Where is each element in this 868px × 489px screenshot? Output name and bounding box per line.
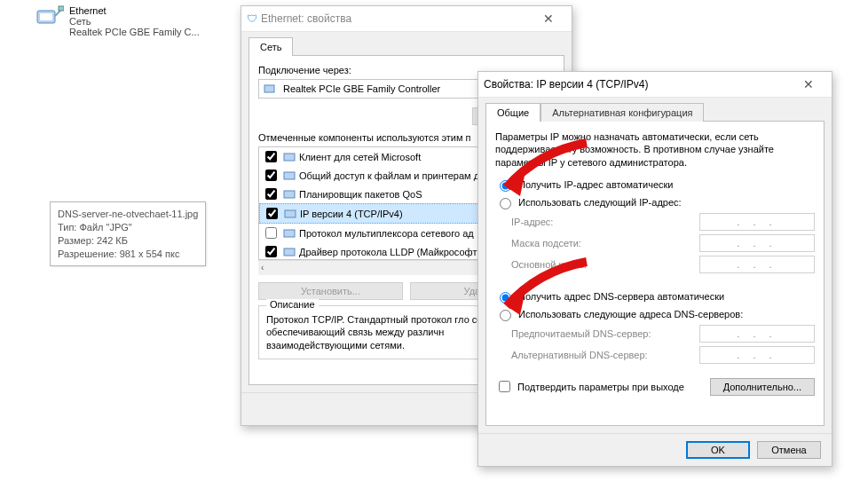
radio-manual-dns[interactable]: Использовать следующие адреса DNS-сервер… (495, 307, 815, 321)
radio-auto-dns-label: Получить адрес DNS-сервера автоматически (518, 291, 724, 302)
component-label: Драйвер протокола LLDP (Майкрософт (299, 247, 477, 257)
ok-button[interactable]: OK (686, 441, 750, 459)
install-button[interactable]: Установить... (258, 282, 403, 300)
component-icon (283, 170, 296, 182)
tab-general[interactable]: Общие (485, 103, 541, 122)
ip-address-input[interactable]: . . . (699, 213, 815, 231)
close-icon[interactable]: ✕ (531, 6, 566, 31)
nic-small-icon (264, 83, 278, 95)
titlebar[interactable]: Свойства: IP версии 4 (TCP/IPv4) ✕ (478, 72, 832, 98)
svg-rect-4 (284, 154, 295, 161)
component-label: Протокол мультиплексора сетевого ад (299, 228, 474, 239)
dns1-label: Предпочитаемый DNS-сервер: (511, 328, 692, 339)
radio-auto-ip-label: Получить IP-адрес автоматически (518, 179, 673, 190)
subnet-mask-input[interactable]: . . . (699, 234, 815, 252)
confirm-label: Подтвердить параметры при выходе (517, 382, 684, 392)
radio-manual-ip[interactable]: Использовать следующий IP-адрес: (495, 195, 815, 209)
dns2-label: Альтернативный DNS-сервер: (511, 350, 692, 360)
ip-address-label: IP-адрес: (511, 217, 692, 227)
component-icon (284, 208, 296, 220)
component-label: IP версии 4 (TCP/IPv4) (300, 209, 403, 219)
svg-rect-8 (284, 230, 295, 237)
file-tooltip: DNS-server-ne-otvechaet-11.jpg Тип: Файл… (50, 201, 206, 266)
ipv4-properties-dialog: Свойства: IP версии 4 (TCP/IPv4) ✕ Общие… (477, 71, 832, 467)
cancel-button[interactable]: Отмена (757, 441, 821, 459)
component-checkbox[interactable] (265, 151, 277, 162)
close-icon[interactable]: ✕ (791, 72, 826, 97)
svg-rect-5 (284, 172, 295, 179)
component-checkbox[interactable] (265, 188, 277, 200)
component-checkbox[interactable] (266, 208, 278, 219)
adapter-name: Realtek PCIe GBE Family Controller (283, 83, 440, 94)
network-adapter-item[interactable]: Ethernet Сеть Realtek PCIe GBE Family C.… (36, 5, 200, 37)
component-icon (283, 188, 296, 201)
adapter-sub1: Сеть (69, 16, 200, 27)
component-label: Клиент для сетей Microsoft (299, 152, 421, 162)
radio-manual-ip-label: Использовать следующий IP-адрес: (518, 197, 682, 208)
component-checkbox[interactable] (265, 246, 277, 257)
radio-auto-dns[interactable]: Получить адрес DNS-сервера автоматически (495, 289, 815, 304)
component-icon (283, 227, 296, 240)
gateway-input[interactable]: . . . (699, 256, 815, 273)
component-label: Общий доступ к файлам и принтерам д (299, 170, 479, 181)
dns1-input[interactable]: . . . (699, 325, 815, 343)
radio-auto-ip-input[interactable] (500, 180, 511, 192)
window-title: Ethernet: свойства (261, 12, 351, 25)
svg-rect-6 (284, 191, 295, 198)
component-checkbox[interactable] (265, 170, 277, 181)
svg-rect-2 (59, 6, 64, 11)
description-legend: Описание (266, 299, 319, 310)
component-checkbox[interactable] (265, 227, 277, 239)
radio-manual-dns-input[interactable] (500, 310, 511, 321)
svg-rect-3 (264, 85, 274, 92)
tab-alt-config[interactable]: Альтернативная конфигурация (541, 103, 704, 122)
advanced-button[interactable]: Дополнительно... (710, 378, 815, 396)
adapter-title: Ethernet (69, 5, 200, 16)
adapter-sub2: Realtek PCIe GBE Family C... (69, 27, 200, 37)
gateway-label: Основной шлюз: (511, 259, 692, 270)
svg-rect-7 (285, 210, 296, 217)
svg-rect-9 (284, 248, 295, 256)
component-label: Планировщик пакетов QoS (299, 189, 422, 200)
tooltip-filename: DNS-server-ne-otvechaet-11.jpg (58, 208, 198, 221)
radio-manual-ip-input[interactable] (500, 198, 511, 209)
confirm-checkbox[interactable] (499, 381, 510, 392)
tooltip-type: Тип: Файл "JPG" (58, 221, 198, 234)
tooltip-dim: Разрешение: 981 x 554 пкс (58, 248, 198, 261)
component-icon (283, 246, 296, 258)
radio-auto-dns-input[interactable] (500, 292, 511, 304)
network-adapter-icon (36, 5, 64, 30)
radio-manual-dns-label: Использовать следующие адреса DNS-сервер… (518, 309, 743, 319)
shield-icon: 🛡 (247, 12, 257, 25)
intro-text: Параметры IP можно назначать автоматичес… (495, 130, 815, 169)
window-title: Свойства: IP версии 4 (TCP/IPv4) (484, 78, 649, 91)
dns2-input[interactable]: . . . (699, 346, 815, 364)
titlebar[interactable]: 🛡 Ethernet: свойства ✕ (241, 6, 572, 32)
component-icon (283, 151, 296, 163)
subnet-mask-label: Маска подсети: (511, 238, 692, 248)
tooltip-size: Размер: 242 КБ (58, 234, 198, 248)
radio-auto-ip[interactable]: Получить IP-адрес автоматически (495, 177, 815, 192)
svg-rect-1 (40, 13, 52, 20)
tab-network[interactable]: Сеть (249, 37, 293, 56)
